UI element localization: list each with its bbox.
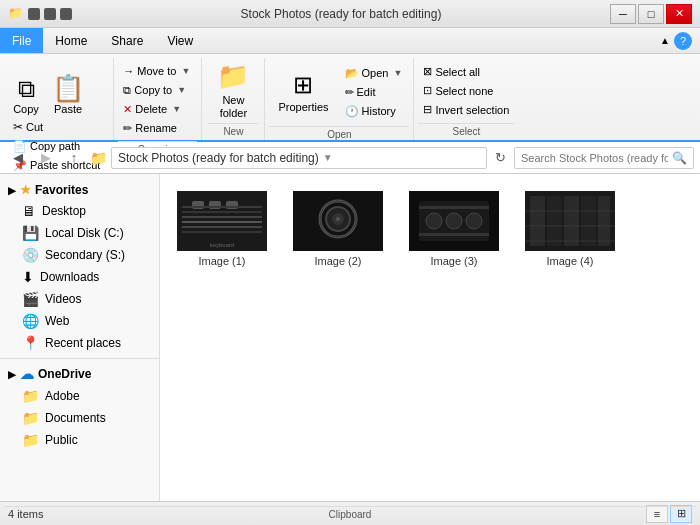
new-folder-label: Newfolder xyxy=(220,94,248,120)
open-button[interactable]: 📂 Open ▼ xyxy=(340,64,410,82)
svg-text:keyboard: keyboard xyxy=(210,242,235,248)
sidebar-item-documents[interactable]: 📁 Documents xyxy=(0,407,159,429)
sidebar-item-downloads[interactable]: ⬇ Downloads xyxy=(0,266,159,288)
downloads-icon: ⬇ xyxy=(22,269,34,285)
public-folder-icon: 📁 xyxy=(22,432,39,448)
copy-to-button[interactable]: ⧉ Copy to ▼ xyxy=(118,81,197,99)
quick-access-icon xyxy=(28,8,40,20)
organize-group: → Move to ▼ ⧉ Copy to ▼ ✕ Delete ▼ ✏ Ren… xyxy=(114,58,202,140)
ribbon-collapse: ▲ ? xyxy=(660,28,700,53)
move-arrow[interactable]: ▼ xyxy=(179,66,192,76)
sidebar-item-recent[interactable]: 📍 Recent places xyxy=(0,332,159,354)
refresh-button[interactable]: ↻ xyxy=(491,148,510,167)
forward-button[interactable]: ▶ xyxy=(34,147,58,169)
select-group: ⊠ Select all ⊡ Select none ⊟ Invert sele… xyxy=(414,58,518,140)
window-title: Stock Photos (ready for batch editing) xyxy=(241,7,442,21)
copy-to-icon: ⧉ xyxy=(123,84,131,97)
desktop-icon: 🖥 xyxy=(22,203,36,219)
address-path[interactable]: Stock Photos (ready for batch editing) ▼ xyxy=(111,147,487,169)
copy-button[interactable]: ⧉ Copy xyxy=(6,58,46,118)
search-icon: 🔍 xyxy=(672,151,687,165)
sidebar-item-videos[interactable]: 🎬 Videos xyxy=(0,288,159,310)
close-button[interactable]: ✕ xyxy=(666,4,692,24)
file-thumbnail xyxy=(409,191,499,251)
file-thumbnail: keyboard xyxy=(177,191,267,251)
onedrive-expand-icon: ▶ xyxy=(8,369,16,380)
select-all-button[interactable]: ⊠ Select all xyxy=(418,63,514,81)
title-bar: 📁 Stock Photos (ready for batch editing)… xyxy=(0,0,700,28)
menu-file[interactable]: File xyxy=(0,28,43,53)
invert-icon: ⊟ xyxy=(423,103,432,116)
menu-home[interactable]: Home xyxy=(43,28,99,53)
cut-icon: ✂ xyxy=(13,120,23,134)
file-name: Image (4) xyxy=(546,255,593,267)
minimize-button[interactable]: ─ xyxy=(610,4,636,24)
favorites-header[interactable]: ▶ ★ Favorites xyxy=(0,180,159,200)
sidebar-item-desktop[interactable]: 🖥 Desktop xyxy=(0,200,159,222)
svg-rect-9 xyxy=(182,206,262,208)
star-icon: ★ xyxy=(20,183,31,197)
path-dropdown-icon[interactable]: ▼ xyxy=(323,152,333,163)
file-item-1[interactable]: keyboard Image (1) xyxy=(172,186,272,272)
new-group: 📁 Newfolder New xyxy=(202,58,265,140)
copy-icon: ⧉ xyxy=(18,77,35,101)
file-item-2[interactable]: Image (2) xyxy=(288,186,388,272)
help-button[interactable]: ? xyxy=(674,32,692,50)
sidebar-item-web[interactable]: 🌐 Web xyxy=(0,310,159,332)
history-button[interactable]: 🕐 History xyxy=(340,102,410,120)
rename-button[interactable]: ✏ Rename xyxy=(118,119,197,137)
delete-button[interactable]: ✕ Delete ▼ xyxy=(118,100,197,118)
clipboard-group: ⧉ Copy 📋 Paste ✂ Cut 📄 Copy path xyxy=(0,58,114,140)
svg-rect-23 xyxy=(419,233,489,236)
menu-view[interactable]: View xyxy=(155,28,205,53)
ribbon-up-icon[interactable]: ▲ xyxy=(660,35,670,46)
menu-share[interactable]: Share xyxy=(99,28,155,53)
cut-button[interactable]: ✂ Cut xyxy=(8,118,105,136)
open-label: Open xyxy=(269,126,409,143)
svg-point-21 xyxy=(466,213,482,229)
local-disk-icon: 💾 xyxy=(22,225,39,241)
svg-point-20 xyxy=(446,213,462,229)
history-icon: 🕐 xyxy=(345,105,359,118)
svg-rect-3 xyxy=(182,221,262,223)
svg-point-15 xyxy=(336,217,340,221)
delete-arrow[interactable]: ▼ xyxy=(170,104,183,114)
file-name: Image (1) xyxy=(198,255,245,267)
select-none-button[interactable]: ⊡ Select none xyxy=(418,82,514,100)
search-input[interactable] xyxy=(521,152,668,164)
open-group: ⊞ Properties 📂 Open ▼ ✏ Edit 🕐 History xyxy=(265,58,414,140)
file-item-4[interactable]: Image (4) xyxy=(520,186,620,272)
onedrive-cloud-icon: ☁ xyxy=(20,366,34,382)
sidebar-item-secondary[interactable]: 💿 Secondary (S:) xyxy=(0,244,159,266)
invert-selection-button[interactable]: ⊟ Invert selection xyxy=(418,101,514,119)
onedrive-header[interactable]: ▶ ☁ OneDrive xyxy=(0,363,159,385)
sidebar-item-adobe[interactable]: 📁 Adobe xyxy=(0,385,159,407)
edit-icon: ✏ xyxy=(345,86,354,99)
sidebar-divider xyxy=(0,358,159,359)
copy-to-arrow[interactable]: ▼ xyxy=(175,85,188,95)
svg-rect-28 xyxy=(581,196,596,246)
back-button[interactable]: ◀ xyxy=(6,147,30,169)
maximize-button[interactable]: □ xyxy=(638,4,664,24)
properties-button[interactable]: ⊞ Properties xyxy=(269,62,337,122)
main-content: ▶ ★ Favorites 🖥 Desktop 💾 Local Disk (C:… xyxy=(0,174,700,501)
file-name: Image (2) xyxy=(314,255,361,267)
search-box[interactable]: 🔍 xyxy=(514,147,694,169)
file-item-3[interactable]: Image (3) xyxy=(404,186,504,272)
paste-button[interactable]: 📋 Paste xyxy=(46,58,90,118)
sidebar-item-local-disk[interactable]: 💾 Local Disk (C:) xyxy=(0,222,159,244)
select-all-icon: ⊠ xyxy=(423,65,432,78)
open-arrow[interactable]: ▼ xyxy=(391,68,404,78)
move-to-button[interactable]: → Move to ▼ xyxy=(118,62,197,80)
edit-button[interactable]: ✏ Edit xyxy=(340,83,410,101)
file-thumbnail xyxy=(293,191,383,251)
paste-icon: 📋 xyxy=(52,75,84,101)
new-folder-button[interactable]: 📁 Newfolder xyxy=(208,61,258,121)
videos-icon: 🎬 xyxy=(22,291,39,307)
new-label: New xyxy=(208,123,258,140)
up-button[interactable]: ↑ xyxy=(62,147,86,169)
file-thumbnail xyxy=(525,191,615,251)
path-segment[interactable]: Stock Photos (ready for batch editing) xyxy=(118,151,319,165)
sidebar-item-public[interactable]: 📁 Public xyxy=(0,429,159,451)
copy-label: Copy xyxy=(13,103,39,115)
